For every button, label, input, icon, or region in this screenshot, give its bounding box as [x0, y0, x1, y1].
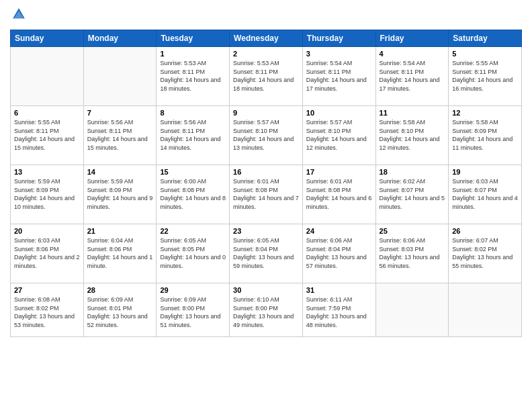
day-number: 17	[306, 168, 372, 176]
day-number: 16	[233, 168, 299, 176]
day-info: Sunrise: 6:00 AMSunset: 8:08 PMDaylight:…	[160, 177, 226, 211]
page: SundayMondayTuesdayWednesdayThursdayFrid…	[0, 0, 532, 411]
day-info: Sunrise: 5:58 AMSunset: 8:10 PMDaylight:…	[380, 118, 445, 152]
calendar-header: SundayMondayTuesdayWednesdayThursdayFrid…	[11, 30, 522, 47]
calendar-cell: 23Sunrise: 6:05 AMSunset: 8:04 PMDayligh…	[230, 224, 303, 283]
day-number: 18	[380, 168, 445, 176]
calendar-cell: 10Sunrise: 5:57 AMSunset: 8:10 PMDayligh…	[302, 106, 375, 165]
day-number: 30	[233, 286, 299, 294]
calendar-cell: 26Sunrise: 6:07 AMSunset: 8:02 PMDayligh…	[449, 224, 522, 283]
calendar-cell	[375, 283, 449, 337]
weekday-header: Wednesday	[230, 30, 303, 47]
day-number: 9	[233, 109, 299, 117]
calendar-cell: 6Sunrise: 5:55 AMSunset: 8:11 PMDaylight…	[11, 106, 84, 165]
day-info: Sunrise: 6:05 AMSunset: 8:04 PMDaylight:…	[233, 236, 299, 270]
day-number: 28	[87, 286, 153, 294]
day-info: Sunrise: 6:06 AMSunset: 8:04 PMDaylight:…	[306, 236, 372, 270]
day-number: 10	[306, 109, 372, 117]
day-info: Sunrise: 6:01 AMSunset: 8:08 PMDaylight:…	[233, 177, 299, 211]
day-info: Sunrise: 6:06 AMSunset: 8:03 PMDaylight:…	[380, 236, 445, 270]
calendar-cell: 12Sunrise: 5:58 AMSunset: 8:09 PMDayligh…	[449, 106, 522, 165]
day-number: 1	[160, 50, 226, 58]
calendar-cell: 18Sunrise: 6:02 AMSunset: 8:07 PMDayligh…	[375, 165, 449, 224]
calendar-cell: 22Sunrise: 6:05 AMSunset: 8:05 PMDayligh…	[157, 224, 230, 283]
calendar-week-row: 1Sunrise: 5:53 AMSunset: 8:11 PMDaylight…	[11, 47, 522, 106]
day-number: 23	[233, 227, 299, 235]
day-number: 5	[452, 50, 518, 58]
calendar-cell: 4Sunrise: 5:54 AMSunset: 8:11 PMDaylight…	[375, 47, 449, 106]
day-info: Sunrise: 6:08 AMSunset: 8:02 PMDaylight:…	[14, 295, 80, 329]
day-info: Sunrise: 6:01 AMSunset: 8:08 PMDaylight:…	[306, 177, 372, 211]
day-info: Sunrise: 5:59 AMSunset: 8:09 PMDaylight:…	[14, 177, 80, 211]
day-info: Sunrise: 5:57 AMSunset: 8:10 PMDaylight:…	[233, 118, 299, 152]
day-number: 21	[87, 227, 153, 235]
calendar-cell: 9Sunrise: 5:57 AMSunset: 8:10 PMDaylight…	[230, 106, 303, 165]
day-info: Sunrise: 5:56 AMSunset: 8:11 PMDaylight:…	[87, 118, 153, 152]
day-info: Sunrise: 5:54 AMSunset: 8:11 PMDaylight:…	[306, 59, 372, 93]
day-info: Sunrise: 5:53 AMSunset: 8:11 PMDaylight:…	[160, 59, 226, 93]
day-info: Sunrise: 6:04 AMSunset: 8:06 PMDaylight:…	[87, 236, 153, 270]
day-info: Sunrise: 6:07 AMSunset: 8:02 PMDaylight:…	[452, 236, 518, 270]
calendar-cell	[83, 47, 157, 106]
day-info: Sunrise: 5:55 AMSunset: 8:11 PMDaylight:…	[452, 59, 518, 93]
calendar-cell: 20Sunrise: 6:03 AMSunset: 8:06 PMDayligh…	[11, 224, 84, 283]
day-info: Sunrise: 5:54 AMSunset: 8:11 PMDaylight:…	[380, 59, 445, 93]
day-number: 29	[160, 286, 226, 294]
weekday-header: Friday	[375, 30, 449, 47]
day-number: 13	[14, 168, 80, 176]
calendar-cell: 30Sunrise: 6:10 AMSunset: 8:00 PMDayligh…	[230, 283, 303, 337]
day-number: 6	[14, 109, 80, 117]
calendar-cell	[11, 47, 84, 106]
calendar-cell: 14Sunrise: 5:59 AMSunset: 8:09 PMDayligh…	[83, 165, 157, 224]
calendar-cell: 31Sunrise: 6:11 AMSunset: 7:59 PMDayligh…	[302, 283, 375, 337]
day-number: 11	[380, 109, 445, 117]
calendar-cell: 13Sunrise: 5:59 AMSunset: 8:09 PMDayligh…	[11, 165, 84, 224]
day-number: 4	[380, 50, 445, 58]
day-number: 15	[160, 168, 226, 176]
header	[10, 7, 522, 24]
calendar-cell: 7Sunrise: 5:56 AMSunset: 8:11 PMDaylight…	[83, 106, 157, 165]
weekday-header: Monday	[83, 30, 157, 47]
weekday-header: Saturday	[449, 30, 522, 47]
day-info: Sunrise: 6:03 AMSunset: 8:06 PMDaylight:…	[14, 236, 80, 270]
day-number: 3	[306, 50, 372, 58]
day-number: 24	[306, 227, 372, 235]
calendar-week-row: 13Sunrise: 5:59 AMSunset: 8:09 PMDayligh…	[11, 165, 522, 224]
day-info: Sunrise: 6:11 AMSunset: 7:59 PMDaylight:…	[306, 295, 372, 329]
calendar-week-row: 27Sunrise: 6:08 AMSunset: 8:02 PMDayligh…	[11, 283, 522, 337]
calendar-cell	[449, 283, 522, 337]
day-number: 7	[87, 109, 153, 117]
day-number: 22	[160, 227, 226, 235]
calendar-cell: 8Sunrise: 5:56 AMSunset: 8:11 PMDaylight…	[157, 106, 230, 165]
calendar-cell: 25Sunrise: 6:06 AMSunset: 8:03 PMDayligh…	[375, 224, 449, 283]
calendar-cell: 27Sunrise: 6:08 AMSunset: 8:02 PMDayligh…	[11, 283, 84, 337]
calendar-cell: 19Sunrise: 6:03 AMSunset: 8:07 PMDayligh…	[449, 165, 522, 224]
day-info: Sunrise: 5:59 AMSunset: 8:09 PMDaylight:…	[87, 177, 153, 211]
day-info: Sunrise: 5:58 AMSunset: 8:09 PMDaylight:…	[452, 118, 518, 152]
calendar-cell: 5Sunrise: 5:55 AMSunset: 8:11 PMDaylight…	[449, 47, 522, 106]
logo	[10, 7, 26, 24]
day-number: 14	[87, 168, 153, 176]
day-info: Sunrise: 6:09 AMSunset: 8:00 PMDaylight:…	[160, 295, 226, 329]
day-number: 19	[452, 168, 518, 176]
calendar-cell: 2Sunrise: 5:53 AMSunset: 8:11 PMDaylight…	[230, 47, 303, 106]
logo-icon	[11, 7, 26, 21]
day-info: Sunrise: 5:53 AMSunset: 8:11 PMDaylight:…	[233, 59, 299, 93]
day-info: Sunrise: 6:09 AMSunset: 8:01 PMDaylight:…	[87, 295, 153, 329]
calendar-week-row: 20Sunrise: 6:03 AMSunset: 8:06 PMDayligh…	[11, 224, 522, 283]
day-number: 2	[233, 50, 299, 58]
calendar-cell: 17Sunrise: 6:01 AMSunset: 8:08 PMDayligh…	[302, 165, 375, 224]
day-number: 12	[452, 109, 518, 117]
day-number: 8	[160, 109, 226, 117]
calendar-week-row: 6Sunrise: 5:55 AMSunset: 8:11 PMDaylight…	[11, 106, 522, 165]
calendar-cell: 24Sunrise: 6:06 AMSunset: 8:04 PMDayligh…	[302, 224, 375, 283]
calendar-cell: 16Sunrise: 6:01 AMSunset: 8:08 PMDayligh…	[230, 165, 303, 224]
day-number: 27	[14, 286, 80, 294]
day-number: 31	[306, 286, 372, 294]
day-info: Sunrise: 6:03 AMSunset: 8:07 PMDaylight:…	[452, 177, 518, 211]
calendar-cell: 1Sunrise: 5:53 AMSunset: 8:11 PMDaylight…	[157, 47, 230, 106]
calendar-cell: 21Sunrise: 6:04 AMSunset: 8:06 PMDayligh…	[83, 224, 157, 283]
weekday-header: Sunday	[11, 30, 84, 47]
day-info: Sunrise: 5:55 AMSunset: 8:11 PMDaylight:…	[14, 118, 80, 152]
weekday-header: Tuesday	[157, 30, 230, 47]
